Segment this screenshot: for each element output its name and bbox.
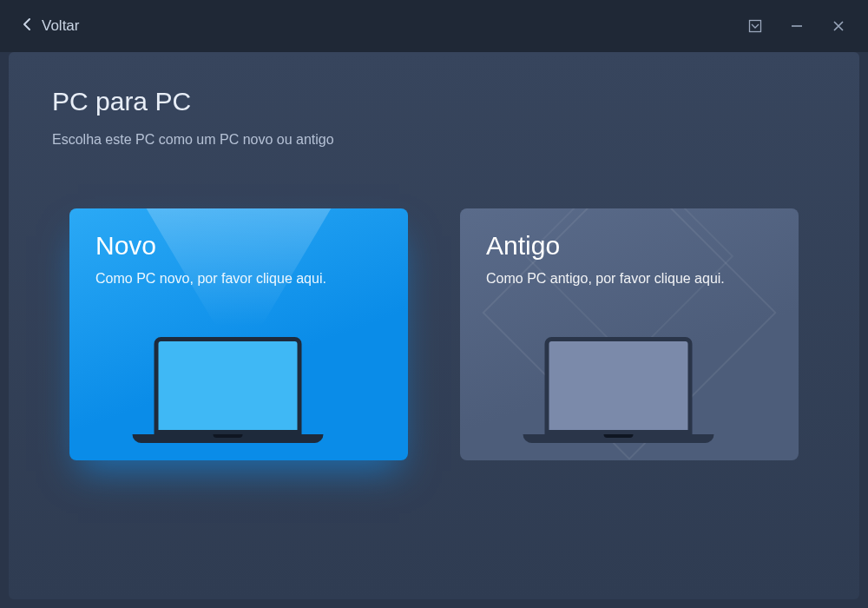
svg-rect-0 (750, 21, 761, 32)
back-label: Voltar (42, 17, 79, 35)
arrow-left-icon (21, 17, 35, 36)
card-old-pc[interactable]: Antigo Como PC antigo, por favor clique … (460, 208, 799, 460)
content-panel: PC para PC Escolha este PC como um PC no… (9, 52, 859, 599)
card-new-pc[interactable]: Novo Como PC novo, por favor clique aqui… (69, 208, 408, 460)
card-old-subtitle: Como PC antigo, por favor clique aqui. (486, 271, 773, 287)
titlebar: Voltar (0, 0, 868, 52)
card-row: Novo Como PC novo, por favor clique aqui… (52, 208, 816, 460)
card-new-title: Novo (95, 231, 382, 261)
minimize-button[interactable] (788, 17, 806, 35)
page-subtitle: Escolha este PC como um PC novo ou antig… (52, 132, 816, 148)
card-old-title: Antigo (486, 231, 773, 261)
laptop-icon (545, 337, 714, 443)
laptop-icon (155, 337, 324, 443)
card-new-subtitle: Como PC novo, por favor clique aqui. (95, 271, 382, 287)
window-controls (746, 17, 847, 35)
dropdown-button[interactable] (746, 17, 764, 35)
page-title: PC para PC (52, 87, 816, 116)
close-button[interactable] (830, 17, 847, 35)
back-button[interactable]: Voltar (21, 17, 79, 36)
